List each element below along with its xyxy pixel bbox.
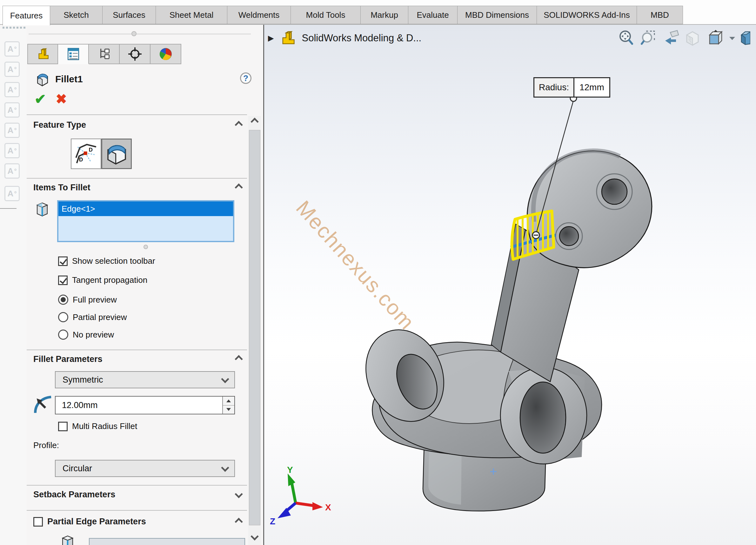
section-view-icon[interactable]	[684, 29, 701, 47]
graphics-area[interactable]: Y X Z Mechnexus.com ▶ SolidWorks Modelin…	[264, 25, 756, 545]
annotation-note-icon[interactable]: A	[4, 41, 20, 57]
tangent-propagation-option[interactable]: Tangent propagation	[58, 275, 147, 285]
scrollbar-thumb[interactable]	[249, 130, 260, 525]
section-divider	[27, 485, 247, 486]
ribbon-tab-mbd[interactable]: MBD	[637, 6, 683, 24]
radio-label: Partial preview	[73, 313, 127, 322]
full-preview-radio[interactable]	[58, 295, 68, 305]
feature-type-heading: Feature Type	[33, 120, 86, 130]
section-divider	[27, 114, 247, 115]
panel-scrollbar	[248, 116, 261, 545]
show-selection-toolbar-checkbox[interactable]	[58, 256, 68, 266]
flyout-arrow-icon[interactable]: ▶	[268, 34, 274, 43]
selected-edge-item[interactable]: Edge<1>	[58, 201, 233, 216]
fillet-mode-dropdown[interactable]: Symmetric	[55, 371, 235, 388]
radius-input[interactable]	[56, 397, 214, 414]
model-canvas: Y X Z	[264, 25, 756, 545]
section-divider	[27, 510, 247, 511]
ribbon-tab-sketch[interactable]: Sketch	[50, 6, 103, 24]
ribbon-tab-features[interactable]: Features	[3, 6, 50, 25]
partial-edge-checkbox[interactable]	[33, 517, 43, 527]
scroll-down-icon[interactable]	[251, 535, 259, 542]
display-sphere-icon	[158, 47, 173, 61]
zoom-to-fit-icon[interactable]	[617, 29, 635, 47]
multi-radius-option[interactable]: Multi Radius Fillet	[58, 421, 137, 431]
dimxpert-manager-tab[interactable]	[120, 44, 151, 64]
ribbon-tab-mbd-dimensions[interactable]: MBD Dimensions	[458, 6, 537, 24]
orientation-dropdown-icon[interactable]	[728, 29, 736, 47]
callout-label: Radius:	[534, 78, 574, 97]
section-divider	[27, 178, 247, 178]
toolbar-divider	[0, 208, 17, 209]
fillet-xpert-button[interactable]: D D	[71, 138, 101, 169]
fillet-parameters-heading: Fillet Parameters	[33, 354, 103, 364]
triad-y-label: Y	[287, 465, 293, 475]
no-preview-radio[interactable]	[58, 330, 68, 340]
annotation-add-icon[interactable]: A	[4, 102, 20, 118]
part-icon	[36, 47, 50, 61]
breadcrumb-title[interactable]: SolidWorks Modeling & D...	[302, 32, 421, 44]
spinner-up-icon[interactable]	[223, 397, 234, 406]
ribbon-tab-markup[interactable]: Markup	[361, 6, 408, 24]
annotation-edit-icon[interactable]: A	[4, 62, 20, 77]
previous-view-icon[interactable]	[661, 29, 679, 47]
show-selection-toolbar-option[interactable]: Show selection toolbar	[58, 256, 155, 266]
annotation-pair-icon[interactable]: A	[4, 123, 20, 138]
ribbon-tab-solidworks-addins[interactable]: SOLIDWORKS Add-Ins	[537, 6, 637, 24]
tangent-propagation-checkbox[interactable]	[58, 276, 68, 285]
collapse-feature-type-icon[interactable]	[235, 121, 243, 128]
manual-fillet-button[interactable]	[101, 138, 132, 169]
radius-spinner[interactable]	[222, 397, 234, 414]
partial-preview-radio[interactable]	[58, 312, 68, 322]
model-right-boss[interactable]	[500, 367, 587, 464]
full-preview-option[interactable]: Full preview	[58, 295, 117, 305]
manager-tab-row	[27, 44, 181, 65]
edge-selection-icon	[35, 201, 50, 217]
collapse-parameters-icon[interactable]	[235, 355, 243, 362]
panel-splitter-dot[interactable]	[131, 31, 137, 36]
zoom-to-area-icon[interactable]	[639, 29, 657, 47]
partial-edge-listbox[interactable]	[89, 538, 245, 545]
feature-manager-tree-tab[interactable]	[27, 44, 58, 64]
checkbox-label: Show selection toolbar	[72, 256, 155, 266]
multi-radius-checkbox[interactable]	[58, 422, 68, 431]
scroll-up-icon[interactable]	[251, 118, 259, 125]
selection-listbox[interactable]: Edge<1>	[57, 200, 234, 242]
help-button[interactable]: ?	[240, 72, 251, 84]
listbox-resize-handle[interactable]	[144, 245, 148, 249]
partial-edge-option[interactable]: Partial Edge Parameters	[33, 517, 146, 527]
radius-callout[interactable]: Radius: 12mm	[533, 77, 610, 98]
profile-dropdown[interactable]: Circular	[55, 460, 235, 477]
property-manager-tab[interactable]	[58, 44, 89, 64]
ribbon-tab-evaluate[interactable]: Evaluate	[408, 6, 458, 24]
feature-title: Fillet1	[55, 74, 83, 84]
annotation-stamp-icon[interactable]: A	[4, 163, 20, 178]
ok-button[interactable]: ✔	[32, 90, 49, 107]
triad-z-label: Z	[270, 516, 275, 526]
annotation-save-icon[interactable]: A	[4, 143, 20, 158]
collapse-partial-edge-icon[interactable]	[235, 518, 243, 525]
svg-text:D: D	[89, 147, 93, 153]
view-orientation-icon[interactable]	[706, 29, 724, 47]
callout-value[interactable]: 12mm	[574, 78, 609, 97]
checkbox-label: Tangent propagation	[72, 275, 147, 285]
expand-setback-icon[interactable]	[235, 493, 243, 500]
fillet-feature-icon	[35, 71, 50, 87]
ribbon-tab-surfaces[interactable]: Surfaces	[103, 6, 156, 24]
ribbon-tab-mold-tools[interactable]: Mold Tools	[291, 6, 361, 24]
spinner-down-icon[interactable]	[223, 406, 234, 414]
ribbon-tab-sheet-metal[interactable]: Sheet Metal	[156, 6, 227, 24]
partial-preview-option[interactable]: Partial preview	[58, 312, 127, 322]
reference-triad: Y X Z	[270, 465, 331, 526]
display-manager-tab[interactable]	[151, 44, 181, 64]
annotation-export-icon[interactable]: A	[4, 82, 20, 97]
collapse-items-icon[interactable]	[235, 184, 243, 191]
cancel-button[interactable]: ✖	[53, 90, 70, 107]
annotation-link-icon[interactable]: A	[4, 186, 20, 201]
section-divider	[27, 350, 247, 350]
ribbon-tab-weldments[interactable]: Weldments	[227, 6, 291, 24]
display-style-icon[interactable]	[741, 29, 750, 47]
partial-edge-heading: Partial Edge Parameters	[47, 517, 146, 527]
no-preview-option[interactable]: No preview	[58, 330, 114, 340]
configuration-manager-tab[interactable]	[89, 44, 120, 64]
